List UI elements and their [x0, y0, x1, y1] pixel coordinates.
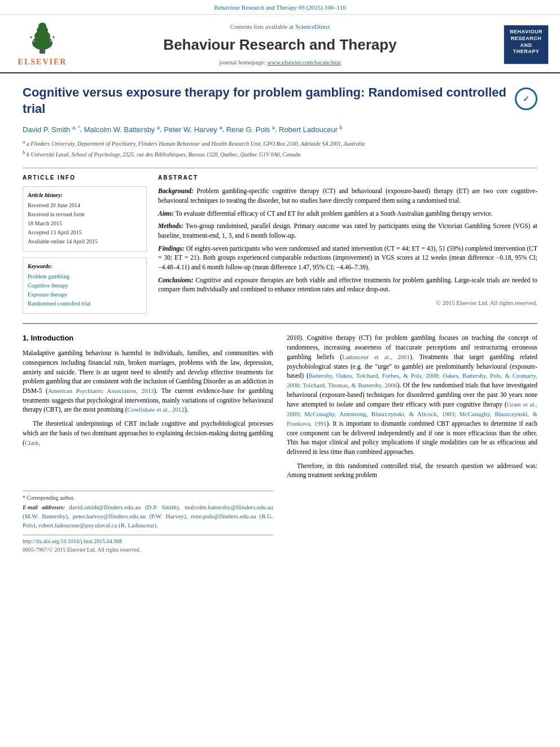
article-content: Cognitive versus exposure therapy for pr… — [0, 73, 560, 565]
author-ladouceur: Robert Ladouceur b — [279, 125, 343, 134]
body-section: 1. Introduction Maladaptive gambling beh… — [23, 333, 537, 554]
affiliation-a: a a Flinders University, Department of P… — [23, 138, 537, 148]
conclusions-label: Conclusions: — [158, 277, 194, 283]
journal-title-area: Contents lists available at ScienceDirec… — [73, 23, 487, 67]
abstract-heading: ABSTRACT — [158, 174, 537, 182]
body-col-right: 2010). Cognitive therapy (CT) for proble… — [287, 333, 537, 554]
journal-header: ELSEVIER Contents lists available at Sci… — [0, 15, 560, 73]
journal-homepage-link[interactable]: www.elsevier.com/locate/brat — [267, 59, 341, 65]
footnote-emails: E-mail addresses: david.smith@flinders.e… — [23, 503, 273, 530]
accepted-date: Accepted 13 April 2015 — [28, 229, 142, 237]
affiliation-b: b b Université Laval, School of Psycholo… — [23, 149, 537, 159]
keywords-box: Keywords: Problem gambling Cognitive the… — [23, 257, 147, 314]
body-col-left: 1. Introduction Maladaptive gambling beh… — [23, 333, 273, 554]
svg-point-7 — [30, 36, 32, 38]
journal-ref-text: Behaviour Research and Therapy 69 (2015)… — [214, 4, 345, 11]
received-date: Received 20 June 2014 — [28, 202, 142, 209]
background-text: Problem gambling-specific cognitive ther… — [158, 187, 537, 204]
crossmark-badge: ✓ — [515, 88, 537, 110]
abstract-conclusions: Conclusions: Cognitive and exposure ther… — [158, 276, 537, 294]
copyright-text: © 2015 Elsevier Ltd. All rights reserved… — [158, 299, 537, 307]
abstract-aims: Aims: To evaluate differential efficacy … — [158, 209, 537, 219]
ref-clark: Clark, — [25, 439, 40, 446]
keywords-title: Keywords: — [28, 263, 142, 270]
keyword-3: Exposure therapy — [28, 291, 142, 299]
body-para-2: The theoretical underpinnings of CBT inc… — [23, 419, 273, 447]
journal-title: Behaviour Research and Therapy — [73, 34, 487, 55]
author-harvey: Peter W. Harvey a — [164, 125, 222, 134]
ref-apa: American Psychiatric Association, 2013 — [48, 387, 154, 394]
article-title-area: Cognitive versus exposure therapy for pr… — [23, 85, 537, 117]
abstract-text: Background: Problem gambling-specific co… — [158, 186, 537, 294]
findings-label: Findings: — [158, 245, 185, 252]
elsevier-tree-icon — [20, 21, 65, 55]
available-date: Available online 14 April 2015 — [28, 238, 142, 246]
journal-logo-box: BEHAVIOUR RESEARCH AND THERAPY — [504, 25, 549, 64]
sciencedirect-line: Contents lists available at ScienceDirec… — [73, 23, 487, 31]
body-para-1: Maladaptive gambling behaviour is harmfu… — [23, 348, 273, 414]
methods-text: Two-group randomised, parallel design. P… — [158, 222, 537, 239]
body-right-para-1: 2010). Cognitive therapy (CT) for proble… — [287, 333, 537, 456]
findings-text: Of eighty-seven participants who were ra… — [158, 245, 537, 270]
svg-point-4 — [38, 23, 46, 29]
sciencedirect-link[interactable]: ScienceDirect — [295, 23, 330, 30]
abstract-findings: Findings: Of eighty-seven participants w… — [158, 244, 537, 272]
elsevier-logo: ELSEVIER — [11, 21, 73, 68]
journal-reference-bar: Behaviour Research and Therapy 69 (2015)… — [0, 0, 560, 15]
page-footer: http://dx.doi.org/10.1016/j.brat.2015.04… — [23, 535, 273, 546]
elsevier-logo-area: ELSEVIER — [11, 21, 73, 68]
svg-point-8 — [53, 36, 55, 38]
article-title-text: Cognitive versus exposure therapy for pr… — [23, 85, 506, 117]
issn-line: 0005-7967/© 2015 Elsevier Ltd. All right… — [23, 546, 273, 554]
article-history-title: Article history: — [28, 191, 142, 199]
methods-label: Methods: — [158, 222, 183, 229]
background-label: Background: — [158, 187, 194, 194]
divider-1 — [23, 168, 537, 168]
keyword-1: Problem gambling — [28, 273, 142, 281]
ref-cowlishaw: Cowlishaw et al., 2012 — [128, 406, 185, 413]
conclusions-text: Cognitive and exposure therapies are bot… — [158, 277, 537, 293]
received-revised-label: Received in revised form — [28, 211, 142, 219]
author-battersby: Malcolm W. Battersby a — [84, 125, 160, 134]
body-right-para-2: Therefore, in this randomised controlled… — [287, 461, 537, 480]
keyword-2: Cognitive therapy — [28, 282, 142, 290]
article-info-abstract-section: ARTICLE INFO Article history: Received 2… — [23, 174, 537, 314]
abstract-methods: Methods: Two-group randomised, parallel … — [158, 221, 537, 240]
ref-battersby: Battersby, Oakes, Tolchard, Forbes, & Po… — [287, 372, 537, 388]
section1-title: 1. Introduction — [23, 333, 273, 344]
abstract-background: Background: Problem gambling-specific co… — [158, 186, 537, 205]
ref-grant: Grant et al., 2009; McConaghy, Armstrong… — [287, 401, 537, 427]
journal-homepage-line: journal homepage: www.elsevier.com/locat… — [73, 58, 487, 67]
author-pols: Rene G. Pols a — [226, 125, 275, 134]
elsevier-wordmark: ELSEVIER — [18, 56, 67, 68]
article-info-column: ARTICLE INFO Article history: Received 2… — [23, 174, 147, 314]
svg-point-6 — [50, 40, 52, 42]
author-smith: David P. Smith a, * — [23, 125, 80, 134]
aims-text: To evaluate differential efficacy of CT … — [176, 210, 493, 217]
abstract-column: ABSTRACT Background: Problem gambling-sp… — [158, 174, 537, 314]
svg-point-5 — [33, 40, 35, 42]
footnote-area: * Corresponding author. E-mail addresses… — [23, 491, 273, 531]
authors-line: David P. Smith a, *, Malcolm W. Battersb… — [23, 124, 537, 135]
doi-link: http://dx.doi.org/10.1016/j.brat.2015.04… — [23, 538, 122, 546]
ref-ladouceur: Ladouceur et al., 2001 — [342, 353, 410, 360]
article-info-heading: ARTICLE INFO — [23, 174, 147, 182]
footnote-corresponding: * Corresponding author. — [23, 495, 273, 503]
revised-date: 18 March 2015 — [28, 220, 142, 228]
affiliations: a a Flinders University, Department of P… — [23, 138, 537, 159]
journal-logo-box-area: BEHAVIOUR RESEARCH AND THERAPY — [487, 25, 549, 64]
keyword-4: Randomised controlled trial — [28, 300, 142, 308]
aims-label: Aims: — [158, 210, 174, 217]
divider-2 — [23, 323, 537, 324]
article-history-box: Article history: Received 20 June 2014 R… — [23, 186, 147, 252]
